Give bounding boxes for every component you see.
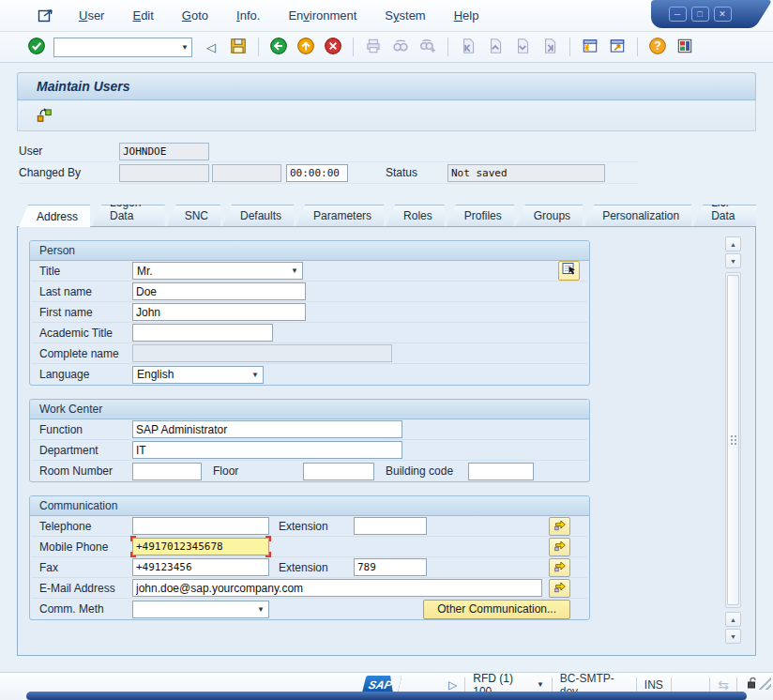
- tab-defaults[interactable]: Defaults: [222, 205, 294, 226]
- exit-icon: [296, 37, 315, 58]
- room-floor-building-row: Room Number Floor Building code: [32, 461, 587, 481]
- create-shortcut-icon: [608, 37, 627, 58]
- menu-user[interactable]: User: [79, 8, 104, 23]
- header-fields: User Changed By Status: [17, 131, 756, 184]
- tab-address[interactable]: Address: [19, 205, 90, 227]
- changed-by-user-field[interactable]: [119, 164, 209, 182]
- telephone-extension-label: Extension: [279, 520, 354, 533]
- scroll-up-button-bottom[interactable]: ▲: [725, 612, 741, 627]
- comm-meth-select[interactable]: ▼: [132, 601, 269, 618]
- user-label: User: [19, 145, 119, 158]
- building-code-label: Building code: [386, 464, 468, 478]
- create-shortcut-button[interactable]: [605, 35, 629, 59]
- scroll-down-button-bottom[interactable]: ▼: [725, 629, 741, 644]
- close-icon: ✕: [719, 9, 726, 19]
- user-row: User: [19, 141, 638, 162]
- last-page-icon: [540, 37, 559, 58]
- email-row: E-Mail Address: [32, 578, 587, 599]
- other-communication-button[interactable]: Other Communication...: [423, 600, 570, 619]
- address-preview-button[interactable]: [558, 261, 580, 281]
- customize-layout-button[interactable]: [673, 35, 697, 59]
- title-select[interactable]: Mr. ▼: [132, 262, 303, 280]
- function-input[interactable]: [132, 420, 402, 438]
- exit-button[interactable]: [294, 35, 318, 59]
- changed-by-date-field[interactable]: [212, 164, 281, 182]
- tab-personalization[interactable]: Personalization: [584, 205, 691, 226]
- building-code-input[interactable]: [468, 463, 534, 480]
- language-select[interactable]: English ▼: [132, 366, 264, 384]
- window-controls: ─ □ ✕: [651, 0, 749, 28]
- mobile-phone-input[interactable]: [132, 538, 269, 555]
- chevron-down-icon[interactable]: ▼: [181, 43, 189, 52]
- floor-input[interactable]: [303, 463, 374, 480]
- email-input[interactable]: [132, 579, 542, 597]
- tab-profiles[interactable]: Profiles: [447, 205, 514, 226]
- work-center-group: Work Center Function Department Room Num…: [29, 399, 590, 482]
- communication-group: Communication Telephone Extension Mobile…: [29, 495, 590, 620]
- academic-title-input[interactable]: [132, 324, 273, 342]
- tab-logon-data[interactable]: Logon Data: [92, 205, 165, 226]
- complete-name-row: Complete name: [32, 343, 587, 364]
- menu-system[interactable]: System: [385, 8, 425, 23]
- last-name-input[interactable]: [132, 282, 306, 300]
- enter-button[interactable]: [24, 35, 49, 59]
- new-session-button[interactable]: [578, 35, 602, 59]
- last-page-button: [538, 35, 562, 59]
- room-number-input[interactable]: [132, 463, 202, 480]
- telephone-other-values-button[interactable]: [549, 517, 570, 536]
- comm-meth-label: Comm. Meth: [39, 602, 132, 616]
- cancel-icon: [324, 37, 342, 58]
- mobile-other-values-button[interactable]: [549, 538, 570, 556]
- tab-parameters[interactable]: Parameters: [296, 205, 384, 226]
- scroll-up-button[interactable]: ▲: [725, 236, 741, 251]
- close-button[interactable]: ✕: [714, 7, 732, 22]
- chevron-down-icon: ▼: [251, 371, 259, 379]
- fax-input[interactable]: [132, 558, 269, 576]
- print-button: [361, 35, 386, 59]
- cancel-button[interactable]: [321, 35, 345, 59]
- menu-help[interactable]: Help: [454, 8, 479, 23]
- first-name-input[interactable]: [132, 303, 306, 321]
- maintain-arrow-icon: [553, 538, 568, 555]
- mobile-phone-row: Mobile Phone: [32, 537, 587, 557]
- changed-by-time-field[interactable]: [286, 164, 348, 182]
- system-menu-icon[interactable]: [38, 8, 54, 23]
- tab-roles[interactable]: Roles: [386, 205, 445, 226]
- telephone-input[interactable]: [132, 517, 269, 535]
- maintain-arrow-icon: [553, 517, 568, 535]
- tab-snc[interactable]: SNC: [167, 205, 220, 226]
- scrollbar-thumb[interactable]: [727, 275, 739, 605]
- status-field[interactable]: [447, 164, 605, 182]
- menu-info[interactable]: Info.: [236, 8, 260, 23]
- help-button[interactable]: ?: [645, 35, 670, 59]
- telephone-extension-input[interactable]: [354, 517, 427, 535]
- fax-extension-input[interactable]: [354, 558, 427, 576]
- performance-assistant-icon[interactable]: ▷: [448, 678, 457, 692]
- menu-environment[interactable]: Environment: [288, 8, 356, 23]
- insert-mode-indicator: INS: [644, 678, 663, 692]
- back-button[interactable]: [266, 35, 291, 59]
- fax-other-values-button[interactable]: [549, 558, 570, 577]
- collapse-command-field-button[interactable]: ◁: [199, 35, 223, 59]
- title-label: Title: [39, 265, 132, 278]
- department-input[interactable]: [132, 441, 402, 459]
- command-input[interactable]: [57, 40, 181, 53]
- maximize-button[interactable]: □: [691, 7, 709, 22]
- toolbar-separator: [637, 38, 638, 56]
- scroll-down-button[interactable]: ▼: [725, 253, 741, 268]
- user-input[interactable]: [119, 143, 209, 160]
- tab-groups[interactable]: Groups: [516, 205, 583, 226]
- save-button[interactable]: [226, 35, 250, 59]
- email-label: E-Mail Address: [39, 582, 132, 595]
- menu-edit[interactable]: Edit: [132, 8, 153, 23]
- scrollbar-track: [725, 272, 741, 608]
- minimize-button[interactable]: ─: [669, 7, 687, 22]
- data-transfer-icon: ⇆: [718, 677, 729, 692]
- toolbar-separator: [569, 38, 570, 56]
- email-other-values-button[interactable]: [549, 579, 570, 598]
- person-group: Person Title Mr. ▼ Last name Firs: [29, 240, 590, 386]
- references-button[interactable]: [33, 104, 55, 127]
- department-row: Department: [32, 440, 587, 461]
- menu-goto[interactable]: Goto: [182, 8, 208, 23]
- tab-lic-data[interactable]: Lic. Data: [693, 205, 756, 226]
